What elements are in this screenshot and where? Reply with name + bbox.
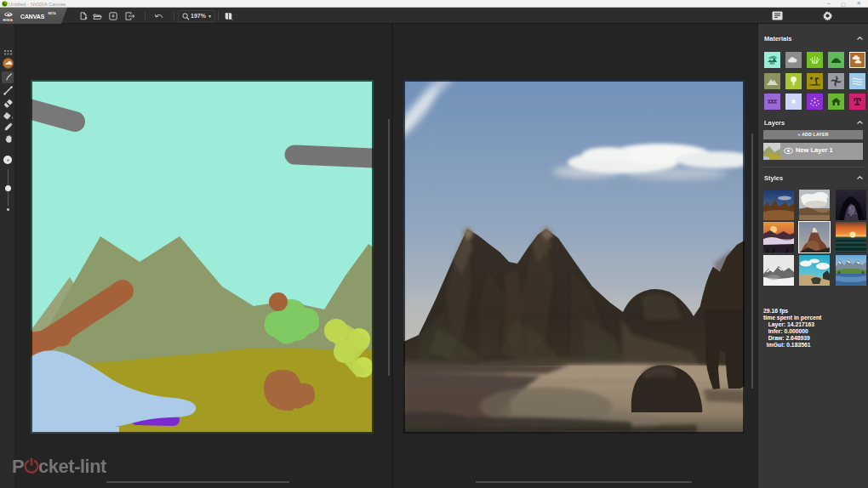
svg-text:SKY: SKY bbox=[769, 62, 774, 65]
